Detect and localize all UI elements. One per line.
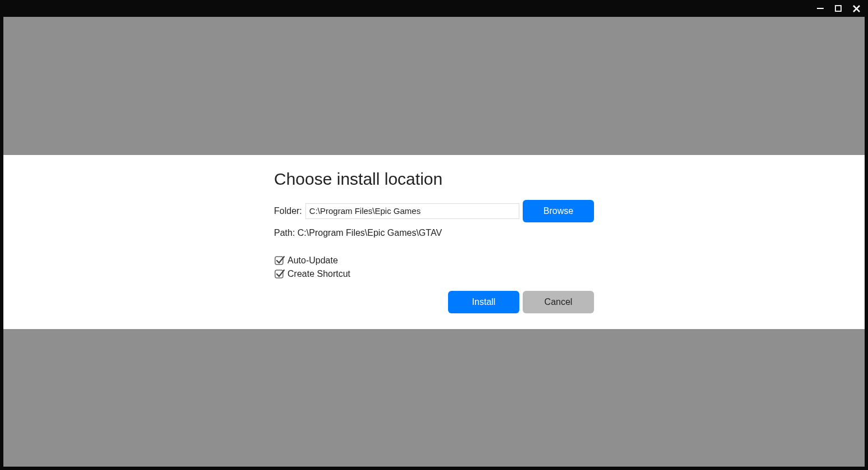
- svg-rect-1: [835, 6, 841, 11]
- browse-button[interactable]: Browse: [523, 200, 594, 222]
- maximize-icon: [835, 5, 842, 12]
- folder-label: Folder:: [274, 206, 302, 216]
- dialog-title: Choose install location: [274, 170, 594, 189]
- folder-row: Folder: Browse: [274, 200, 594, 222]
- checkbox-checked-icon: [274, 255, 285, 266]
- auto-update-label: Auto-Update: [287, 255, 338, 266]
- create-shortcut-checkbox[interactable]: [274, 268, 285, 280]
- create-shortcut-label: Create Shortcut: [287, 269, 350, 279]
- cancel-button[interactable]: Cancel: [523, 291, 594, 313]
- maximize-button[interactable]: [833, 3, 843, 13]
- auto-update-row: Auto-Update: [274, 255, 594, 266]
- titlebar: [0, 0, 868, 17]
- create-shortcut-row: Create Shortcut: [274, 268, 594, 280]
- close-icon: [852, 4, 861, 13]
- folder-input[interactable]: [305, 203, 519, 219]
- install-button[interactable]: Install: [448, 291, 519, 313]
- minimize-button[interactable]: [815, 3, 825, 13]
- path-value: C:\Program Files\Epic Games\GTAV: [298, 228, 442, 238]
- action-row: Install Cancel: [274, 291, 594, 313]
- path-label: Path:: [274, 228, 298, 238]
- path-row: Path: C:\Program Files\Epic Games\GTAV: [274, 228, 594, 238]
- auto-update-checkbox[interactable]: [274, 255, 285, 266]
- app-background: Choose install location Folder: Browse P…: [3, 17, 865, 467]
- close-button[interactable]: [851, 3, 861, 13]
- install-dialog: Choose install location Folder: Browse P…: [3, 155, 865, 329]
- checkbox-checked-icon: [274, 268, 285, 280]
- minimize-icon: [816, 4, 824, 12]
